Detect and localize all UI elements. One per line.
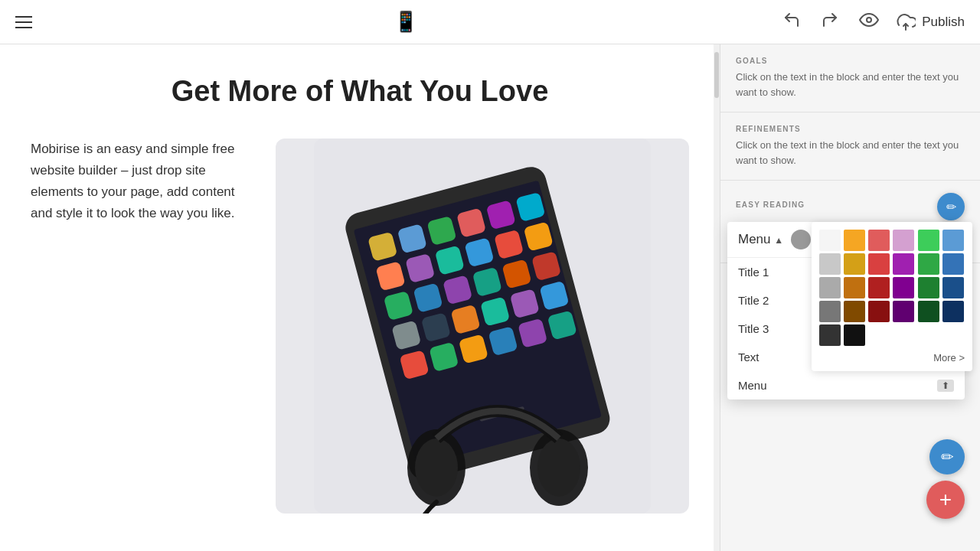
goals-section: GOALS Click on the text in the block and… xyxy=(720,44,980,112)
color-swatch[interactable] xyxy=(942,253,964,275)
undo-button[interactable] xyxy=(779,8,804,37)
color-swatch[interactable] xyxy=(918,301,939,322)
title3-label: Title 3 xyxy=(738,322,769,335)
color-swatch[interactable] xyxy=(918,230,939,251)
menu-item-menu[interactable]: Menu ⬆ xyxy=(727,371,965,399)
menu-dropdown-label: Menu ▲ xyxy=(738,232,783,247)
redo-button[interactable] xyxy=(818,8,842,37)
refinements-label: REFINEMENTS xyxy=(736,125,965,133)
topbar-right: Publish xyxy=(779,8,965,37)
body-text-column: Mobirise is an easy and simple free webs… xyxy=(31,139,245,224)
page-title-section: Get More of What You Love xyxy=(0,44,720,123)
easy-reading-label: EASY READING xyxy=(736,201,805,209)
tablet-image xyxy=(276,139,689,514)
color-swatch[interactable] xyxy=(893,277,914,298)
color-swatch[interactable] xyxy=(942,230,964,251)
scroll-track xyxy=(714,44,720,551)
topbar-center: 📱 xyxy=(394,10,418,34)
color-swatch[interactable] xyxy=(844,230,865,251)
menu-badge: ⬆ xyxy=(937,380,954,392)
topbar: 📱 Publish xyxy=(0,0,980,44)
color-swatch[interactable] xyxy=(844,253,865,275)
text-label: Text xyxy=(738,350,760,364)
color-swatch[interactable] xyxy=(868,301,890,322)
refinements-section: REFINEMENTS Click on the text in the blo… xyxy=(720,112,980,181)
easy-reading-header: EASY READING ✏ xyxy=(736,193,965,220)
goals-label: GOALS xyxy=(736,57,965,65)
svg-point-0 xyxy=(867,18,871,22)
publish-button[interactable]: Publish xyxy=(896,14,965,31)
fab-pencil-button[interactable]: ✏ xyxy=(929,439,965,474)
color-swatch[interactable] xyxy=(868,277,890,298)
publish-label: Publish xyxy=(922,15,965,30)
color-swatch[interactable] xyxy=(893,253,914,275)
fab-plus-button[interactable]: + xyxy=(926,481,965,519)
color-swatch[interactable] xyxy=(819,253,841,275)
color-swatch[interactable] xyxy=(819,277,841,298)
preview-eye-icon[interactable] xyxy=(856,8,882,37)
menu-dropdown: Menu ▲ More > Title 1 Title 2 Title 3 T xyxy=(727,222,965,399)
color-swatch[interactable] xyxy=(844,277,865,298)
color-circle-button[interactable] xyxy=(791,230,811,249)
color-picker-popup: More > xyxy=(812,222,972,371)
menu-label: Menu xyxy=(738,379,767,392)
svg-point-39 xyxy=(537,439,580,497)
color-swatch[interactable] xyxy=(844,301,865,322)
color-swatch[interactable] xyxy=(819,230,841,251)
page-title: Get More of What You Love xyxy=(15,75,704,108)
color-swatch[interactable] xyxy=(918,277,939,298)
easy-reading-edit-button[interactable]: ✏ xyxy=(937,193,965,220)
plus-icon: + xyxy=(939,487,952,512)
refinements-desc: Click on the text in the block and enter… xyxy=(736,138,965,168)
title2-label: Title 2 xyxy=(738,294,769,307)
color-swatch[interactable] xyxy=(868,230,890,251)
two-col-layout: Mobirise is an easy and simple free webs… xyxy=(0,139,720,514)
color-swatch[interactable] xyxy=(893,230,914,251)
image-column xyxy=(276,139,689,514)
color-swatch[interactable] xyxy=(819,301,841,322)
goals-desc: Click on the text in the block and enter… xyxy=(736,70,965,99)
mobile-preview-icon[interactable]: 📱 xyxy=(394,10,418,34)
topbar-left xyxy=(15,16,32,28)
more-colors-link[interactable]: More > xyxy=(819,352,965,364)
color-swatch[interactable] xyxy=(893,301,914,322)
menu-dropdown-header: Menu ▲ More > xyxy=(727,222,965,258)
hamburger-menu-button[interactable] xyxy=(15,16,32,28)
title1-label: Title 1 xyxy=(738,266,769,279)
color-swatch[interactable] xyxy=(918,253,939,275)
color-swatch[interactable] xyxy=(868,253,890,275)
menu-chevron-icon: ▲ xyxy=(774,235,783,246)
color-swatch[interactable] xyxy=(844,324,865,346)
body-text: Mobirise is an easy and simple free webs… xyxy=(31,139,245,224)
scroll-thumb[interactable] xyxy=(714,52,719,98)
pencil-icon: ✏ xyxy=(941,448,954,466)
color-grid xyxy=(819,230,965,346)
color-swatch[interactable] xyxy=(942,277,964,298)
color-swatch[interactable] xyxy=(819,324,841,346)
svg-point-37 xyxy=(415,439,458,497)
color-swatch[interactable] xyxy=(942,301,964,322)
